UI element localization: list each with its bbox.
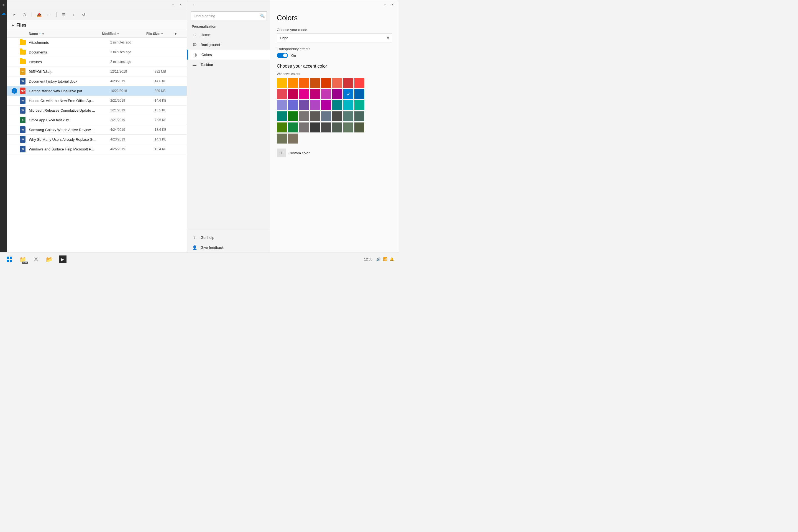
color-swatch-21[interactable] <box>332 100 342 110</box>
color-swatch-23[interactable] <box>355 100 364 110</box>
color-swatch-16[interactable] <box>277 100 287 110</box>
color-swatch-14[interactable] <box>343 89 353 99</box>
system-tray: 🔊 📶 🔔 <box>376 256 395 262</box>
table-row[interactable]: W Samsung Galaxy Watch Active Review....… <box>7 125 187 135</box>
table-row[interactable]: zip 965YOKDJ.zip 12/11/2018 892 MB <box>7 67 187 76</box>
share-icon[interactable]: 📤 <box>35 11 43 19</box>
color-swatch-31[interactable] <box>355 111 364 121</box>
volume-icon[interactable]: 🔊 <box>376 256 381 262</box>
word-icon: W <box>20 146 25 152</box>
color-swatch-37[interactable] <box>332 122 342 132</box>
color-swatch-32[interactable] <box>277 122 287 132</box>
file-modified: 12/11/2018 <box>110 70 155 73</box>
color-swatch-8[interactable] <box>277 89 287 99</box>
custom-color-button[interactable]: + Custom color <box>277 147 392 159</box>
color-swatch-20[interactable] <box>321 100 331 110</box>
home-nav-icon: ⌂ <box>192 32 197 37</box>
table-row[interactable]: Attachments 2 minutes ago <box>7 38 187 48</box>
color-swatch-0[interactable] <box>277 78 287 88</box>
color-swatch-12[interactable] <box>321 89 331 99</box>
breadcrumb-chevron[interactable]: ▶ <box>12 23 14 27</box>
row-check[interactable]: ✓ <box>12 88 17 94</box>
color-swatch-34[interactable] <box>299 122 309 132</box>
color-swatch-26[interactable] <box>299 111 309 121</box>
sort-icon[interactable]: ↕ <box>70 11 78 19</box>
color-swatch-2[interactable] <box>299 78 309 88</box>
onedrive-icon[interactable]: ☁ <box>1 10 7 16</box>
color-swatch-3[interactable] <box>310 78 320 88</box>
color-swatch-28[interactable] <box>321 111 331 121</box>
color-swatch-10[interactable] <box>299 89 309 99</box>
settings-minimize-button[interactable]: − <box>381 1 389 8</box>
sidebar-item-background[interactable]: 🖼 Background <box>187 40 270 50</box>
copy-icon[interactable]: ⬡ <box>20 11 28 19</box>
file-modified: 2 minutes ago <box>110 50 155 54</box>
color-swatch-24[interactable] <box>277 111 287 121</box>
color-swatch-15[interactable] <box>355 89 364 99</box>
col-name-header[interactable]: Name ↑ ▼ <box>29 32 102 36</box>
color-swatch-25[interactable] <box>288 111 298 121</box>
table-row[interactable]: Documents 2 minutes ago <box>7 48 187 57</box>
color-swatch-33[interactable] <box>288 122 298 132</box>
color-swatch-29[interactable] <box>332 111 342 121</box>
sidebar-item-colors[interactable]: ◎ Colors <box>187 50 270 60</box>
sidebar-item-home[interactable]: ⌂ Home <box>187 30 270 40</box>
network-icon[interactable]: 📶 <box>382 256 388 262</box>
col-size-header[interactable]: File Size ▼ <box>146 32 174 36</box>
color-swatch-6[interactable] <box>343 78 353 88</box>
custom-color-label: Custom color <box>288 151 310 155</box>
cut-icon[interactable]: ✂ <box>11 11 18 19</box>
color-swatch-9[interactable] <box>288 89 298 99</box>
table-row[interactable]: W Hands-On with the New Free Office Ap..… <box>7 96 187 106</box>
hamburger-icon[interactable]: ≡ <box>1 2 7 8</box>
color-swatch-17[interactable] <box>288 100 298 110</box>
table-row[interactable]: W Microsoft Releases Cumulative Update .… <box>7 106 187 115</box>
color-swatch-27[interactable] <box>310 111 320 121</box>
table-row[interactable]: Pictures 2 minutes ago <box>7 57 187 67</box>
color-swatch-1[interactable] <box>288 78 298 88</box>
terminal-taskbar-icon[interactable]: ▶ <box>58 254 68 264</box>
color-swatch-35[interactable] <box>310 122 320 132</box>
start-button[interactable] <box>4 254 14 264</box>
close-button[interactable]: × <box>177 1 185 8</box>
word-icon: W <box>20 107 25 114</box>
table-row[interactable]: W Document history tutorial.docx 4/23/20… <box>7 76 187 86</box>
col-modified-header[interactable]: Modified ▼ <box>102 32 146 36</box>
color-swatch-36[interactable] <box>321 122 331 132</box>
color-swatch-41[interactable] <box>288 134 298 144</box>
settings-search-input[interactable] <box>191 11 267 20</box>
transparency-toggle[interactable] <box>277 53 288 58</box>
sidebar-item-taskbar[interactable]: ▬ Taskbar <box>187 60 270 70</box>
color-swatch-18[interactable] <box>299 100 309 110</box>
mode-dropdown-value: Light <box>280 36 288 40</box>
files-taskbar-icon[interactable]: 📁 BETA <box>18 254 28 264</box>
color-swatch-40[interactable] <box>277 134 287 144</box>
color-swatch-38[interactable] <box>343 122 353 132</box>
file-name: Hands-On with the New Free Office Ap... <box>29 99 110 103</box>
notification-icon[interactable]: 🔔 <box>389 256 395 262</box>
table-row[interactable]: W Why So Many Users Already Replace G...… <box>7 135 187 144</box>
file-explorer-taskbar-icon[interactable]: 📂 <box>44 254 54 264</box>
minimize-button[interactable]: − <box>169 1 177 8</box>
mode-dropdown[interactable]: Light ▾ <box>277 34 392 42</box>
color-swatch-39[interactable] <box>355 122 364 132</box>
color-swatch-7[interactable] <box>355 78 364 88</box>
footer-item-get-help[interactable]: ? Get help <box>187 232 270 243</box>
color-swatch-11[interactable] <box>310 89 320 99</box>
more-icon[interactable]: ··· <box>45 11 53 19</box>
view-icon[interactable]: ☰ <box>60 11 68 19</box>
color-swatch-5[interactable] <box>332 78 342 88</box>
settings-taskbar-icon[interactable] <box>31 254 41 264</box>
footer-item-give-feedback[interactable]: 👤 Give feedback <box>187 243 270 252</box>
color-swatch-13[interactable] <box>332 89 342 99</box>
refresh-icon[interactable]: ↺ <box>80 11 88 19</box>
color-swatch-22[interactable] <box>343 100 353 110</box>
back-button[interactable]: ← <box>191 1 197 8</box>
table-row[interactable]: X Office app Excel test.xlsx 2/21/2019 7… <box>7 115 187 125</box>
color-swatch-19[interactable] <box>310 100 320 110</box>
table-row[interactable]: W Windows and Surface Help Microsoft P..… <box>7 144 187 154</box>
settings-close-button[interactable]: × <box>389 1 397 8</box>
table-row[interactable]: ✓ PDF Getting started with OneDrive.pdf … <box>7 86 187 96</box>
color-swatch-4[interactable] <box>321 78 331 88</box>
color-swatch-30[interactable] <box>343 111 353 121</box>
